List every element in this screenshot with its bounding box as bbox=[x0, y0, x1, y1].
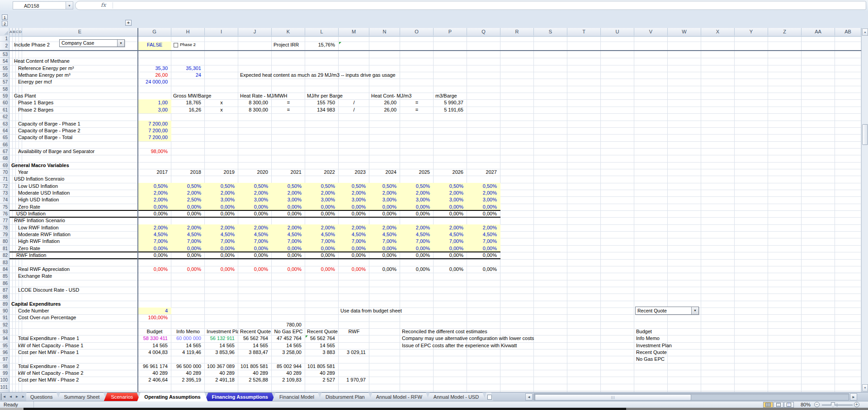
cell-H59[interactable]: Gross MW/Barge bbox=[171, 93, 238, 99]
cell-N70[interactable]: 2024 bbox=[369, 169, 400, 176]
cell-L2[interactable]: 15,76% bbox=[305, 42, 339, 50]
cell-A70[interactable]: Year bbox=[9, 169, 138, 176]
row-header-89[interactable]: 89 bbox=[0, 301, 9, 308]
cell-G90[interactable]: 4 bbox=[138, 308, 171, 314]
zoom-out-icon[interactable]: − bbox=[814, 402, 820, 407]
column-header-V[interactable]: V bbox=[634, 28, 668, 36]
cell-O78[interactable]: 2,00% bbox=[400, 224, 434, 231]
cell-I79[interactable]: 4,50% bbox=[205, 231, 238, 238]
row-header-61[interactable]: 61 bbox=[0, 107, 9, 113]
cell-A96[interactable]: Cost per Net MW - Phase 1 bbox=[9, 349, 138, 356]
cell-L82[interactable]: 0,00% bbox=[305, 252, 339, 259]
cell-G75[interactable]: 0,00% bbox=[138, 204, 171, 210]
column-header-O[interactable]: O bbox=[400, 28, 434, 36]
cell-L73[interactable]: 2,00% bbox=[305, 190, 339, 196]
cell-G65[interactable]: 7 200,00 bbox=[138, 134, 171, 141]
cell-A64[interactable]: Capacity of Barge - Phase 2 bbox=[9, 127, 138, 134]
tab-annual-model-usd[interactable]: Annual Model - USD bbox=[426, 392, 486, 401]
cell-I80[interactable]: 7,00% bbox=[205, 238, 238, 245]
cell-P82[interactable]: 0,00% bbox=[434, 252, 467, 259]
cell-M2[interactable] bbox=[339, 42, 369, 50]
cell-I100[interactable]: 2 491,18 bbox=[205, 377, 238, 383]
cell-K82[interactable]: 0,00% bbox=[272, 252, 305, 259]
cell-K76[interactable]: 0,00% bbox=[272, 210, 305, 217]
row-header-81[interactable]: 81 bbox=[0, 245, 9, 252]
cell-J72[interactable]: 0,50% bbox=[238, 183, 272, 190]
cell-H99[interactable]: 40 289 bbox=[171, 370, 205, 377]
column-header-M[interactable]: M bbox=[339, 28, 369, 36]
column-header-Q[interactable]: Q bbox=[467, 28, 500, 36]
view-normal-button[interactable] bbox=[763, 402, 773, 408]
row-header-96[interactable]: 96 bbox=[0, 349, 9, 356]
cell-J56[interactable]: Expected heat content as much as 29 MJ/m… bbox=[238, 72, 434, 79]
row-header-65[interactable]: 65 bbox=[0, 134, 9, 141]
cell-N80[interactable]: 7,00% bbox=[369, 238, 400, 245]
cell-P81[interactable]: 0,00% bbox=[434, 245, 467, 252]
cell-G94[interactable]: 58 330 411 bbox=[138, 335, 171, 342]
row-header-84[interactable]: 84 bbox=[0, 266, 9, 273]
column-header-N[interactable]: N bbox=[369, 28, 400, 36]
cell-H55[interactable]: 35,301 bbox=[171, 65, 205, 72]
cell-G91[interactable]: 100,00% bbox=[138, 314, 171, 321]
cell-N84[interactable]: 0,00% bbox=[369, 266, 400, 273]
row-header-86[interactable]: 86 bbox=[0, 280, 9, 287]
cell-L84[interactable]: 0,00% bbox=[305, 266, 339, 273]
tab-nav-prev-icon[interactable]: ◄ bbox=[8, 393, 14, 400]
cell-L70[interactable]: 2022 bbox=[305, 169, 339, 176]
cell-G84[interactable]: 0,00% bbox=[138, 266, 171, 273]
cell-L78[interactable]: 2,00% bbox=[305, 224, 339, 231]
row-header-95[interactable]: 95 bbox=[0, 342, 9, 349]
cell-I84[interactable]: 0,00% bbox=[205, 266, 238, 273]
cell-N74[interactable]: 3,00% bbox=[369, 196, 400, 203]
cell-H94[interactable]: 60 000 000 bbox=[171, 335, 205, 342]
column-header-B[interactable]: B bbox=[13, 28, 16, 36]
cell-H100[interactable]: 2 395,19 bbox=[171, 377, 205, 383]
cell-P73[interactable]: 2,00% bbox=[434, 190, 467, 196]
column-header-C[interactable]: C bbox=[16, 28, 19, 36]
cell-P61[interactable]: 5 191,65 bbox=[434, 107, 467, 113]
budget-dropdown-arrow-icon[interactable]: ▼ bbox=[691, 307, 698, 314]
cell-H81[interactable]: 0,00% bbox=[171, 245, 205, 252]
cell-Q82[interactable]: 0,00% bbox=[467, 252, 500, 259]
cell-K70[interactable]: 2021 bbox=[272, 169, 305, 176]
cell-O93[interactable]: Reconciled the different cost estimates bbox=[400, 328, 534, 335]
tab-operating-assumptions[interactable]: Operating Assumptions bbox=[137, 392, 208, 401]
cell-K72[interactable]: 0,50% bbox=[272, 183, 305, 190]
cell-H73[interactable]: 2,00% bbox=[171, 190, 205, 196]
cell-K74[interactable]: 3,00% bbox=[272, 196, 305, 203]
cell-A55[interactable]: Reference Energy per m³ bbox=[9, 65, 138, 72]
cell-A59[interactable]: Gas Plant bbox=[9, 93, 138, 99]
cell-A78[interactable]: Low RWF Inflation bbox=[9, 224, 138, 231]
cell-A100[interactable]: Cost per Net MW - Phase 2 bbox=[9, 377, 138, 383]
row-header-59[interactable]: 59 bbox=[0, 93, 9, 99]
row-header-58[interactable]: 58 bbox=[0, 86, 9, 93]
row-header-88[interactable]: 88 bbox=[0, 294, 9, 300]
cell-P80[interactable]: 7,00% bbox=[434, 238, 467, 245]
row-header-67[interactable]: 67 bbox=[0, 148, 9, 155]
cell-I93[interactable]: Investment Plan bbox=[205, 328, 238, 335]
cell-L60[interactable]: 155 750 bbox=[305, 99, 339, 106]
cell-J82[interactable]: 0,00% bbox=[238, 252, 272, 259]
cell-G60[interactable]: 1,00 bbox=[138, 99, 171, 106]
cell-P70[interactable]: 2026 bbox=[434, 169, 467, 176]
cell-N82[interactable]: 0,00% bbox=[369, 252, 400, 259]
cell-A94[interactable]: Total Expenditure - Phase 1 bbox=[9, 335, 138, 342]
cell-O60[interactable]: = bbox=[400, 99, 434, 106]
cell-H75[interactable]: 0,00% bbox=[171, 204, 205, 210]
row-header-93[interactable]: 93 bbox=[0, 328, 9, 335]
cell-H74[interactable]: 2,50% bbox=[171, 196, 205, 203]
h-scrollbar[interactable]: ||| bbox=[533, 393, 849, 401]
cell-H60[interactable]: 18,765 bbox=[171, 99, 205, 106]
column-header-G[interactable]: G bbox=[138, 28, 171, 36]
column-header-P[interactable]: P bbox=[434, 28, 467, 36]
cell-M79[interactable]: 4,50% bbox=[339, 231, 369, 238]
row-header-74[interactable]: 74 bbox=[0, 196, 9, 203]
row-header-73[interactable]: 73 bbox=[0, 190, 9, 196]
row-header-97[interactable]: 97 bbox=[0, 356, 9, 363]
cell-J78[interactable]: 2,00% bbox=[238, 224, 272, 231]
cell-L95[interactable]: 14 565 bbox=[305, 342, 339, 349]
cell-O61[interactable]: = bbox=[400, 107, 434, 113]
zoom-in-icon[interactable]: + bbox=[854, 402, 859, 407]
tab-nav-last-icon[interactable]: ► bbox=[20, 393, 27, 400]
cell-G80[interactable]: 7,00% bbox=[138, 238, 171, 245]
